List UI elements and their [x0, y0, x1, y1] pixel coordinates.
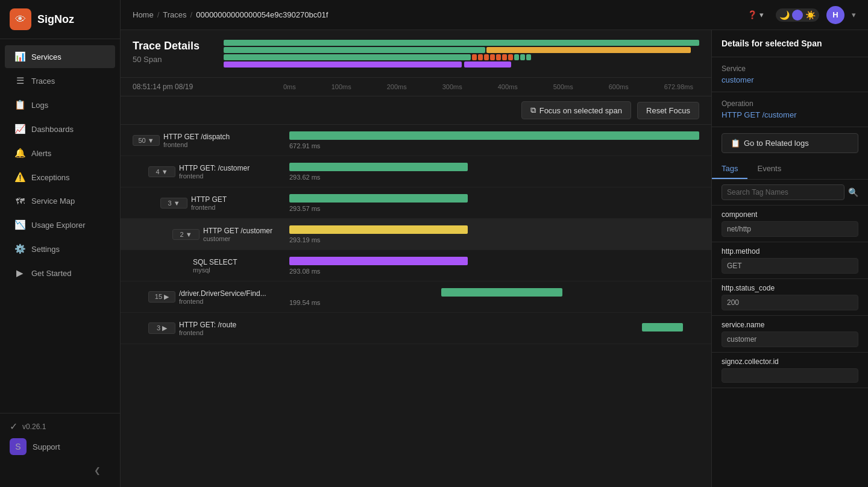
trace-title: Trace Details	[133, 40, 200, 52]
span-toggle-7[interactable]: 3 ▶	[148, 322, 175, 334]
sidebar-item-logs[interactable]: 📋 Logs	[5, 93, 115, 116]
reset-focus-button[interactable]: Reset Focus	[637, 102, 699, 119]
span-row[interactable]: 4 ▼ HTTP GET: /customer frontend 293.62 …	[121, 156, 711, 187]
help-icon: ❓	[747, 10, 757, 19]
span-bar-6	[441, 288, 562, 297]
sidebar-item-label-services: Services	[31, 52, 61, 61]
span-row[interactable]: 50 ▼ HTTP GET /dispatch frontend 672.91 …	[121, 125, 711, 156]
search-icon[interactable]: 🔍	[848, 187, 858, 197]
content: Trace Details 50 Span	[121, 30, 868, 487]
trace-span-count: 50 Span	[133, 55, 200, 64]
sidebar-item-label-usage-explorer: Usage Explorer	[31, 221, 86, 230]
span-bar-container-3	[289, 194, 699, 203]
span-bar-area-2: 293.62 ms	[277, 163, 699, 181]
panel-tabs: Tags Events	[712, 159, 868, 180]
tab-events[interactable]: Events	[747, 159, 791, 179]
help-chevron-icon: ▾	[760, 10, 764, 19]
span-bar-area-7	[277, 323, 699, 334]
span-bar-5	[289, 257, 468, 265]
span-row[interactable]: 3 ▼ HTTP GET frontend 293.57 ms	[121, 187, 711, 219]
span-service-5: mysql	[193, 266, 237, 274]
collapse-icon: ❮	[94, 466, 101, 475]
scale-100ms: 100ms	[332, 83, 351, 90]
span-left-3: 3 ▼ HTTP GET frontend	[133, 195, 277, 211]
breadcrumb-home[interactable]: Home	[133, 10, 154, 19]
span-left-2: 4 ▼ HTTP GET: /customer frontend	[133, 164, 277, 180]
timeline-scale: 0ms 100ms 200ms 300ms 400ms 500ms 600ms …	[277, 83, 699, 90]
sidebar-item-label-dashboards: Dashboards	[31, 125, 74, 134]
logo: 👁 SigNoz	[0, 0, 120, 39]
span-row[interactable]: SQL SELECT mysql 293.08 ms	[121, 250, 711, 281]
tag-value-http-method: GET	[722, 258, 858, 274]
support-icon: S	[10, 438, 27, 455]
search-tag-names-input[interactable]	[722, 184, 844, 200]
breadcrumb-sep-2: /	[190, 10, 193, 19]
span-bar-area-4: 293.19 ms	[277, 225, 699, 244]
span-toggle-2[interactable]: 4 ▼	[148, 166, 175, 177]
sidebar-item-get-started[interactable]: ▶ Get Started	[5, 262, 115, 284]
span-duration-4: 293.19 ms	[289, 236, 699, 244]
span-toggle-1[interactable]: 50 ▼	[133, 135, 160, 146]
avatar-chevron-icon: ▾	[852, 10, 856, 19]
sidebar-item-exceptions[interactable]: ⚠️ Exceptions	[5, 166, 115, 189]
breadcrumb-trace-id: 00000000000000054e9c390270bc01f	[196, 10, 328, 19]
span-name-5: SQL SELECT	[193, 258, 237, 266]
span-name-block-1: HTTP GET /dispatch frontend	[163, 133, 230, 148]
tab-tags[interactable]: Tags	[712, 159, 747, 179]
span-name-6: /driver.DriverService/Find...	[179, 289, 266, 298]
tag-service-name: service.name customer	[712, 316, 868, 353]
span-bar-3	[289, 194, 468, 203]
sidebar-item-usage-explorer[interactable]: 📉 Usage Explorer	[5, 213, 115, 236]
settings-icon: ⚙️	[14, 244, 25, 254]
tag-value-signoz-collector-id	[722, 368, 858, 383]
topbar: Home / Traces / 00000000000000054e9c3902…	[121, 0, 868, 30]
services-icon: 📊	[14, 51, 25, 62]
sidebar-item-services[interactable]: 📊 Services	[5, 45, 115, 68]
sidebar-item-dashboards[interactable]: 📈 Dashboards	[5, 118, 115, 140]
tag-value-component: net/http	[722, 221, 858, 237]
focus-on-selected-span-button[interactable]: ⧉ Focus on selected span	[521, 101, 631, 119]
span-bar-area-1: 672.91 ms	[277, 131, 699, 149]
span-toggle-4[interactable]: 2 ▼	[172, 229, 200, 240]
panel-header: Details for selected Span	[712, 30, 868, 57]
sidebar-item-label-alerts: Alerts	[31, 149, 51, 158]
span-toggle-3[interactable]: 3 ▼	[160, 198, 187, 209]
span-duration-2: 293.62 ms	[289, 174, 699, 181]
tag-value-service-name: customer	[722, 331, 858, 347]
tag-http-status-code: http.status_code 200	[712, 279, 868, 316]
span-name-block-3: HTTP GET frontend	[191, 195, 227, 211]
span-left-4: 2 ▼ HTTP GET /customer customer	[133, 227, 277, 242]
span-name-block-7: HTTP GET: /route frontend	[179, 321, 236, 336]
scale-0ms: 0ms	[283, 83, 296, 90]
tag-http-method: http.method GET	[712, 242, 868, 279]
sidebar-nav: 📊 Services ☰ Traces 📋 Logs 📈 Dashboards …	[0, 39, 120, 413]
span-row[interactable]: 3 ▶ HTTP GET: /route frontend	[121, 313, 711, 344]
go-to-related-logs-button[interactable]: 📋 Go to Related logs	[722, 133, 858, 153]
dashboards-icon: 📈	[14, 124, 25, 134]
span-name-block-5: SQL SELECT mysql	[193, 258, 237, 274]
span-row[interactable]: 15 ▶ /driver.DriverService/Find... front…	[121, 281, 711, 313]
get-started-icon: ▶	[14, 268, 25, 278]
sidebar-item-settings[interactable]: ⚙️ Settings	[5, 237, 115, 260]
timeline-header: 08:51:14 pm 08/19 0ms 100ms 200ms 300ms …	[121, 78, 711, 96]
sidebar-item-traces[interactable]: ☰ Traces	[5, 69, 115, 92]
span-bar-container-6	[289, 288, 699, 297]
support-row[interactable]: S Support	[10, 438, 110, 455]
sidebar-item-label-service-map: Service Map	[31, 196, 75, 206]
span-bar-container-2	[289, 163, 699, 171]
scale-600ms: 600ms	[609, 83, 629, 90]
usage-explorer-icon: 📉	[14, 219, 25, 230]
avatar[interactable]: H	[826, 6, 844, 24]
help-button[interactable]: ❓ ▾	[743, 8, 769, 22]
sidebar-item-service-map[interactable]: 🗺 Service Map	[5, 190, 115, 212]
logo-text: SigNoz	[37, 13, 74, 26]
collapse-sidebar-button[interactable]: ❮	[10, 461, 110, 480]
sidebar: 👁 SigNoz 📊 Services ☰ Traces 📋 Logs 📈 Da…	[0, 0, 121, 487]
span-row[interactable]: 2 ▼ HTTP GET /customer customer 293.19 m…	[121, 219, 711, 250]
breadcrumb-traces[interactable]: Traces	[163, 10, 186, 19]
span-toggle-6[interactable]: 15 ▶	[148, 291, 175, 303]
version-label: v0.26.1	[22, 423, 46, 431]
span-left-5: SQL SELECT mysql	[133, 258, 277, 274]
theme-toggle[interactable]: 🌙 ☀️	[776, 8, 819, 22]
sidebar-item-alerts[interactable]: 🔔 Alerts	[5, 142, 115, 165]
